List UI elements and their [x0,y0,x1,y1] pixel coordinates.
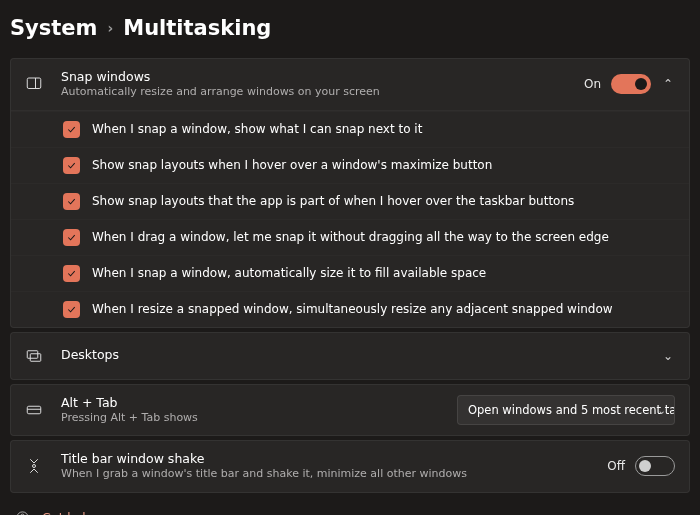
shake-toggle-state: Off [607,459,625,473]
chevron-down-icon: ⌄ [658,404,666,415]
snap-windows-subtitle: Automatically resize and arrange windows… [61,85,584,99]
desktops-panel[interactable]: Desktops ⌄ [10,332,690,380]
alt-tab-subtitle: Pressing Alt + Tab shows [61,411,457,425]
snap-option[interactable]: When I drag a window, let me snap it wit… [11,219,689,255]
checkbox-checked-icon[interactable] [63,265,80,282]
help-links: Get help Give feedback [10,505,690,515]
snap-option[interactable]: Show snap layouts that the app is part o… [11,183,689,219]
snap-toggle[interactable] [611,74,651,94]
chevron-up-icon[interactable]: ⌃ [661,77,675,91]
chevron-right-icon: › [107,20,113,36]
alt-tab-title: Alt + Tab [61,395,457,411]
snap-option-label: When I resize a snapped window, simultan… [92,302,613,316]
shake-subtitle: When I grab a window's title bar and sha… [61,467,607,481]
desktops-icon [25,347,43,365]
snap-option[interactable]: When I resize a snapped window, simultan… [11,291,689,327]
svg-point-6 [33,465,36,468]
snap-option[interactable]: When I snap a window, automatically size… [11,255,689,291]
alt-tab-icon [25,401,43,419]
svg-rect-4 [27,406,41,414]
checkbox-checked-icon[interactable] [63,301,80,318]
alt-tab-dropdown[interactable]: Open windows and 5 most recent tabs in M… [457,395,675,425]
snap-option-label: When I snap a window, automatically size… [92,266,486,280]
get-help-link[interactable]: Get help [10,505,690,515]
desktops-title: Desktops [61,347,661,363]
breadcrumb-current: Multitasking [123,16,271,40]
alt-tab-selected: Open windows and 5 most recent tabs in M [468,403,675,417]
get-help-label: Get help [42,511,93,515]
snap-options-list: When I snap a window, show what I can sn… [11,110,689,327]
checkbox-checked-icon[interactable] [63,193,80,210]
chevron-down-icon: ⌄ [661,349,675,363]
snap-windows-header[interactable]: Snap windows Automatically resize and ar… [11,59,689,110]
snap-windows-panel: Snap windows Automatically resize and ar… [10,58,690,328]
help-icon [14,510,30,515]
alt-tab-panel: Alt + Tab Pressing Alt + Tab shows Open … [10,384,690,437]
snap-option-label: When I drag a window, let me snap it wit… [92,230,609,244]
snap-option[interactable]: Show snap layouts when I hover over a wi… [11,147,689,183]
checkbox-checked-icon[interactable] [63,229,80,246]
svg-rect-0 [27,78,41,89]
snap-windows-title: Snap windows [61,69,584,85]
checkbox-checked-icon[interactable] [63,157,80,174]
snap-windows-icon [25,75,43,93]
breadcrumb-parent[interactable]: System [10,16,97,40]
snap-option-label: Show snap layouts when I hover over a wi… [92,158,492,172]
title-bar-shake-panel: Title bar window shake When I grab a win… [10,440,690,493]
shake-title: Title bar window shake [61,451,607,467]
checkbox-checked-icon[interactable] [63,121,80,138]
snap-toggle-state: On [584,77,601,91]
snap-option-label: When I snap a window, show what I can sn… [92,122,422,136]
svg-rect-2 [27,350,38,358]
snap-option[interactable]: When I snap a window, show what I can sn… [11,111,689,147]
breadcrumb: System › Multitasking [10,16,690,40]
svg-rect-3 [30,353,41,361]
snap-option-label: Show snap layouts that the app is part o… [92,194,574,208]
shake-icon [25,457,43,475]
shake-toggle[interactable] [635,456,675,476]
